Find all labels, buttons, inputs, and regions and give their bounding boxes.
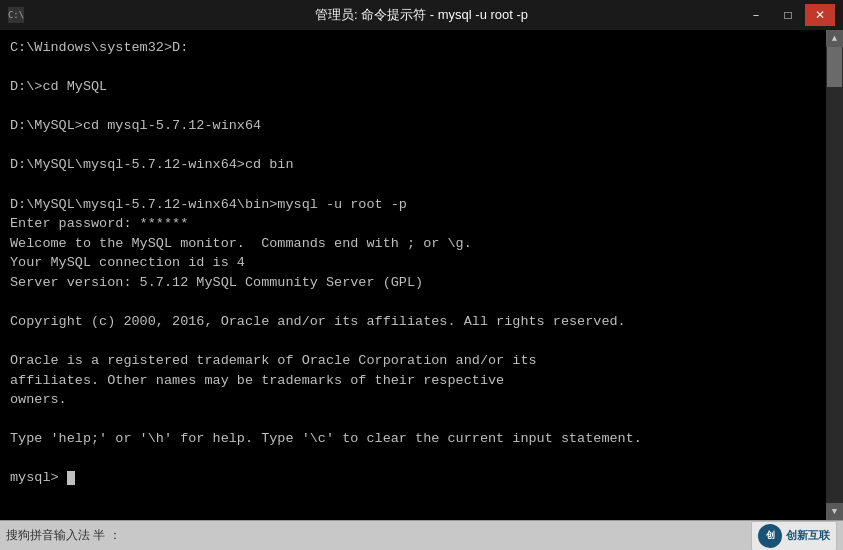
statusbar: 搜狗拼音输入法 半 ： 创 创新互联: [0, 520, 843, 550]
logo-icon-text: 创: [766, 529, 775, 542]
scroll-down-arrow[interactable]: ▼: [826, 503, 843, 520]
titlebar-left: C:\: [8, 7, 24, 23]
logo-icon: 创: [758, 524, 782, 548]
console-wrapper: C:\Windows\system32>D: D:\>cd MySQL D:\M…: [0, 30, 843, 520]
console-output[interactable]: C:\Windows\system32>D: D:\>cd MySQL D:\M…: [0, 30, 826, 520]
app-icon-text: C:\: [8, 10, 24, 20]
scrollbar-thumb[interactable]: [827, 47, 842, 87]
app-icon: C:\: [8, 7, 24, 23]
scrollbar[interactable]: ▲ ▼: [826, 30, 843, 520]
scroll-up-arrow[interactable]: ▲: [826, 30, 843, 47]
window-controls: － □ ✕: [741, 4, 835, 26]
close-button[interactable]: ✕: [805, 4, 835, 26]
scrollbar-track[interactable]: [826, 47, 843, 503]
brand-logo: 创 创新互联: [751, 521, 837, 551]
ime-status: 搜狗拼音输入法 半 ：: [6, 527, 121, 544]
minimize-button[interactable]: －: [741, 4, 771, 26]
window-title: 管理员: 命令提示符 - mysql -u root -p: [315, 6, 528, 24]
logo-label: 创新互联: [786, 528, 830, 543]
maximize-button[interactable]: □: [773, 4, 803, 26]
titlebar: C:\ 管理员: 命令提示符 - mysql -u root -p － □ ✕: [0, 0, 843, 30]
